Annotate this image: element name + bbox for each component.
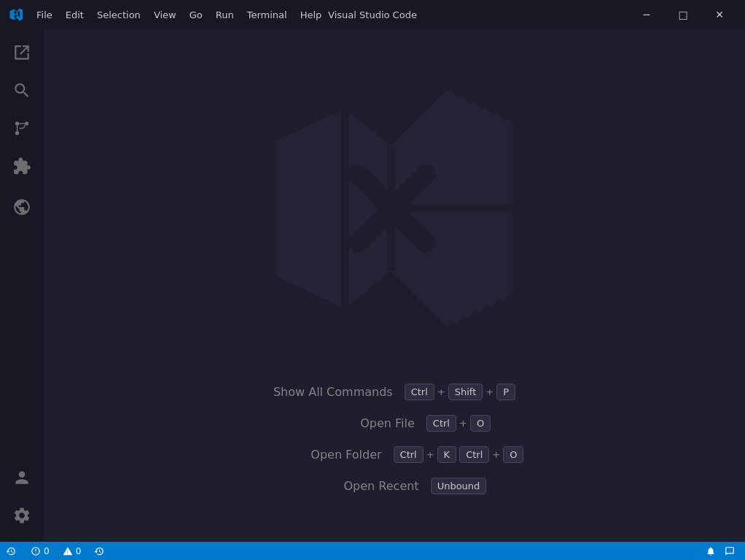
kbd-group: Unbound [431,478,487,494]
error-count: 0 [44,546,50,556]
kbd-shift: Shift [448,384,483,400]
shortcut-open-folder: Open Folder Ctrl + K Ctrl + O [265,446,524,463]
shortcut-label: Open Folder [265,448,382,462]
kbd-o2: O [503,446,523,463]
menu-view[interactable]: View [148,7,182,23]
restore-button[interactable]: □ [666,4,700,26]
remote-explorer-icon [12,198,31,217]
titlebar: File Edit Selection View Go Run Terminal… [0,0,745,29]
statusbar-warnings[interactable]: 0 [58,542,86,560]
close-button[interactable]: ✕ [703,4,736,26]
settings-icon [12,506,31,525]
activity-bar-item-source-control[interactable] [4,111,39,146]
shortcut-open-recent: Open Recent Unbound [303,478,487,494]
kbd-o: O [470,415,491,432]
activity-bar-item-search[interactable] [4,73,39,108]
menu-run[interactable]: Run [210,7,240,23]
warning-count: 0 [76,546,82,556]
statusbar-feedback[interactable] [720,542,739,560]
shortcut-show-all-commands: Show All Commands Ctrl + Shift + P [273,384,515,400]
statusbar-errors[interactable]: 0 [26,542,54,560]
extensions-icon [12,157,31,176]
kbd-group: Ctrl + Shift + P [405,384,515,400]
content-area: Show All Commands Ctrl + Shift + P Open … [44,29,745,542]
statusbar-notifications[interactable] [701,542,720,560]
svg-point-2 [25,122,28,125]
statusbar-history[interactable] [90,542,109,560]
remote-badge[interactable] [0,542,22,560]
menu-selection[interactable]: Selection [91,7,147,23]
search-icon [12,81,31,100]
svg-point-0 [15,122,19,125]
kbd-ctrl: Ctrl [426,415,456,432]
kbd-group: Ctrl + O [426,415,491,432]
kbd-group: Ctrl + K Ctrl + O [394,446,524,463]
shortcuts-section: Show All Commands Ctrl + Shift + P Open … [265,384,524,494]
vscode-logo-icon [9,7,23,22]
kbd-p: P [496,384,515,400]
window-controls: ─ □ ✕ [630,4,736,26]
activity-bar-item-remote-explorer[interactable] [4,190,39,225]
history-icon [94,546,104,556]
activity-bar-item-settings[interactable] [4,498,39,533]
statusbar-right [701,542,739,560]
menu-edit[interactable]: Edit [60,7,90,23]
accounts-icon [12,468,31,487]
menu-help[interactable]: Help [295,7,328,23]
feedback-icon [725,546,735,556]
kbd-ctrl2: Ctrl [459,446,489,463]
notifications-icon [706,546,716,556]
svg-point-1 [15,131,19,135]
main-area: Show All Commands Ctrl + Shift + P Open … [0,29,745,542]
menu-file[interactable]: File [31,7,58,23]
activity-bar-item-accounts[interactable] [4,460,39,495]
shortcut-open-file: Open File Ctrl + O [298,415,491,432]
minimize-button[interactable]: ─ [630,4,663,26]
activity-bar-item-explorer[interactable] [4,35,39,70]
kbd-k: K [437,446,457,463]
explorer-icon [12,43,31,62]
menu-terminal[interactable]: Terminal [241,7,293,23]
kbd-ctrl: Ctrl [405,384,434,400]
activity-bar [0,29,44,542]
kbd-unbound: Unbound [431,478,487,494]
statusbar-left: 0 0 [6,542,109,560]
remote-icon [6,546,16,556]
shortcut-label: Open Recent [303,479,419,493]
app-title: Visual Studio Code [328,9,417,20]
vscode-watermark-logo [263,77,526,340]
menu-go[interactable]: Go [184,7,208,23]
shortcut-label: Show All Commands [273,385,393,399]
warning-icon [63,546,73,556]
activity-bar-item-extensions[interactable] [4,149,39,184]
kbd-ctrl: Ctrl [394,446,424,463]
statusbar: 0 0 [0,542,745,560]
source-control-icon [12,119,31,138]
shortcut-label: Open File [298,416,415,430]
error-icon [31,546,41,556]
